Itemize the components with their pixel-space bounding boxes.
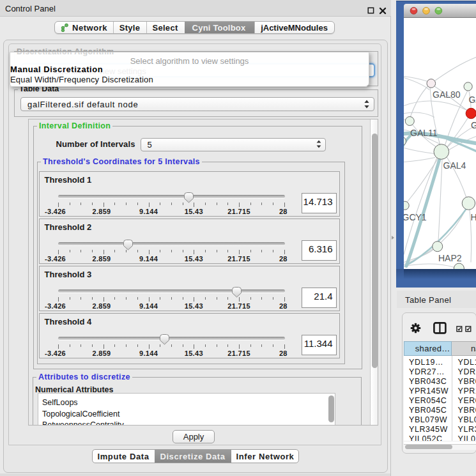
svg-text:GCY1: GCY1 [404, 211, 427, 222]
svg-text:GAL4: GAL4 [443, 160, 466, 171]
svg-text:HI: HI [471, 211, 476, 222]
svg-text:HAP2: HAP2 [438, 253, 462, 263]
svg-text:GAL11: GAL11 [410, 128, 438, 138]
svg-text:GA: GA [469, 94, 476, 104]
svg-text:G: G [471, 119, 476, 130]
svg-text:GAL80: GAL80 [433, 89, 461, 100]
